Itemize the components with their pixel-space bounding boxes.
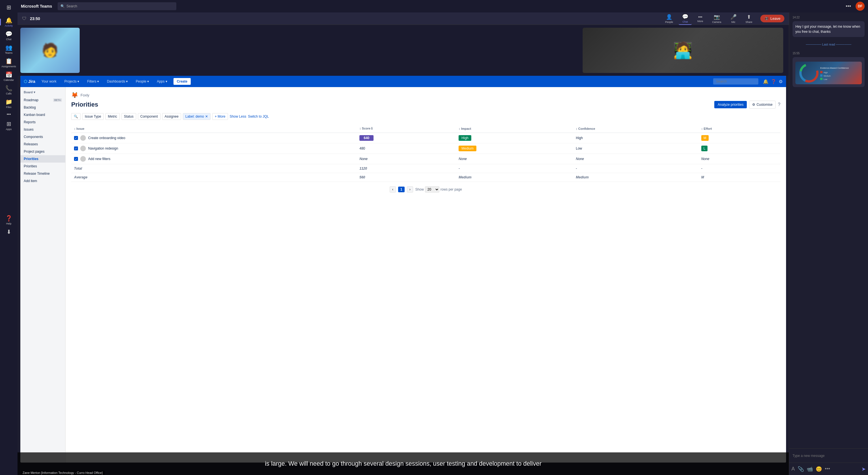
sidebar-item-download[interactable]: ⬇	[0, 227, 18, 237]
table-row: ✓ Add new filters None None None None	[71, 154, 434, 164]
assignee-filter[interactable]: Assignee	[162, 113, 181, 120]
sidebar-item-help[interactable]: ❓ Help	[0, 213, 18, 227]
jira-nav-people[interactable]: People ▾	[134, 78, 151, 85]
jira-sidebar-board-label: Board ▾	[20, 90, 65, 96]
more-icon: •••	[7, 112, 11, 117]
issue-type-filter[interactable]: Issue Type	[82, 113, 104, 120]
total-row: Total 1120 - - -	[71, 164, 434, 173]
current-page[interactable]: 1	[398, 187, 405, 192]
help-icon: ❓	[5, 215, 12, 222]
filter-bar: 🔍 Issue Type Metric Status Component Ass…	[71, 113, 434, 120]
label-filter-tag[interactable]: Label: demo ✕	[183, 113, 211, 120]
jira-sidebar-releases[interactable]: Releases	[20, 141, 65, 148]
row-checkbox-2[interactable]: ✓	[74, 146, 78, 150]
jira-main: 🦊 Foxly Priorities Analyze priorities ⚙ …	[66, 87, 434, 237]
apps-grid-button[interactable]: ⊞	[0, 2, 18, 13]
issue-avatar-1	[80, 135, 86, 141]
activity-icon: 🔔	[5, 17, 12, 24]
video-area: 🧑 🧑‍💻	[18, 25, 434, 76]
more-filters-button[interactable]: + More	[212, 113, 228, 120]
jira-sidebar-priorities-2[interactable]: Priorities	[20, 162, 65, 170]
global-search[interactable]: 🔍 Search	[58, 2, 176, 10]
jira-sidebar-reports[interactable]: Reports	[20, 118, 65, 126]
jira-nav-filters[interactable]: Filters ▾	[85, 78, 101, 85]
page-title-row: Priorities Analyze priorities ⚙ Customis…	[71, 101, 434, 109]
sidebar-item-assignments[interactable]: 📋 Assignments	[0, 56, 18, 69]
jira-create-button[interactable]: Create	[174, 78, 191, 85]
top-bar: Microsoft Teams 🔍 Search ••• DF	[18, 0, 434, 12]
jira-sidebar: Board ▾ Roadmap BETA Backlog Kanban boar…	[20, 87, 66, 237]
jira-sidebar-kanban[interactable]: Kanban board	[20, 111, 65, 118]
metric-filter[interactable]: Metric	[105, 113, 120, 120]
sidebar-item-activity[interactable]: 🔔 Activity	[0, 15, 18, 29]
grid-icon: ⊞	[6, 4, 11, 11]
jira-sidebar-components[interactable]: Components	[20, 133, 65, 141]
row-checkbox-3[interactable]: ✓	[74, 157, 78, 161]
rows-per-page-select[interactable]: 20 50 100	[425, 186, 434, 192]
jira-sidebar-add-item[interactable]: Add item	[20, 177, 65, 185]
video-placeholder-1: 🧑	[20, 28, 80, 73]
jira-sidebar-project-pages[interactable]: Project pages	[20, 148, 65, 155]
avg-score: 560	[356, 173, 434, 182]
filter-search[interactable]: 🔍	[71, 113, 81, 120]
show-less-button[interactable]: Show Less	[230, 115, 246, 118]
remove-label-filter-icon[interactable]: ✕	[205, 115, 208, 118]
switch-to-jql-button[interactable]: Switch to JQL	[248, 115, 269, 118]
issue-title-2[interactable]: Navigation redesign	[88, 146, 118, 150]
jira-sidebar-backlog[interactable]: Backlog	[20, 104, 65, 111]
total-label: Total	[71, 164, 356, 173]
sidebar-item-apps[interactable]: ⊞ Apps	[0, 119, 18, 132]
page-title: Priorities	[71, 101, 98, 108]
apps-icon: ⊞	[6, 120, 11, 127]
download-icon: ⬇	[6, 229, 11, 235]
jira-nav-your-work[interactable]: Your work	[40, 78, 58, 85]
fox-icon: 🦊	[71, 92, 78, 98]
jira-content: ⬡ Jira Your work Projects ▾ Filters ▾ Da…	[20, 76, 434, 237]
rows-per-page: Show 20 50 100 rows per page	[415, 186, 434, 192]
status-filter[interactable]: Status	[122, 113, 136, 120]
priorities-table: ↕ Issue ↕ Score ℹ ↕ Impact ↕ Confidence	[71, 124, 434, 182]
score-1: 640	[360, 135, 374, 141]
issue-avatar-3	[80, 156, 86, 162]
prev-page-button[interactable]: ‹	[390, 186, 396, 192]
score-2: 480	[356, 143, 434, 154]
sidebar-item-teams[interactable]: 👥 Teams	[0, 42, 18, 56]
jira-nav: ⬡ Jira Your work Projects ▾ Filters ▾ Da…	[20, 76, 434, 87]
jira-sidebar-release-timeline[interactable]: Release Timeline	[20, 170, 65, 177]
next-page-button[interactable]: ›	[407, 186, 413, 192]
score-3: None	[356, 154, 434, 164]
files-icon: 📁	[5, 98, 12, 105]
jira-sidebar-roadmap[interactable]: Roadmap BETA	[20, 96, 65, 104]
search-icon: 🔍	[60, 4, 65, 8]
row-checkbox-1[interactable]: ✓	[74, 136, 78, 140]
jira-nav-apps[interactable]: Apps ▾	[155, 78, 169, 85]
search-filter-icon: 🔍	[74, 115, 78, 118]
chat-icon: 💬	[5, 31, 12, 37]
issue-cell-3: ✓ Add new filters	[74, 156, 354, 162]
component-filter[interactable]: Component	[138, 113, 160, 120]
main-area: 🛡 23:50 👤 People 💬 Chat ••• More 📷 Camer…	[18, 12, 434, 237]
col-issue: ↕ Issue	[71, 124, 356, 133]
jira-sidebar-issues[interactable]: Issues	[20, 126, 65, 133]
calls-icon: 📞	[5, 85, 12, 92]
total-score: 1120	[356, 164, 434, 173]
sidebar-item-more[interactable]: •••	[0, 110, 18, 119]
participant-video-small: 🧑	[20, 28, 80, 73]
issue-cell-1: ✓ Create onboarding video	[74, 135, 354, 141]
app-title: Microsoft Teams	[21, 4, 52, 8]
jira-sidebar-priorities[interactable]: Priorities	[20, 155, 65, 162]
issue-cell-2: ✓ Navigation redesign	[74, 146, 354, 151]
project-name: Foxly	[81, 93, 89, 97]
sidebar-item-files[interactable]: 📁 Files	[0, 97, 18, 110]
jira-nav-projects[interactable]: Projects ▾	[63, 78, 81, 85]
jira-nav-dashboards[interactable]: Dashboards ▾	[105, 78, 129, 85]
teams-icon: 👥	[5, 44, 12, 51]
table-row: ✓ Create onboarding video 640 High High …	[71, 133, 434, 143]
sidebar-item-calendar[interactable]: 📅 Calendar	[0, 69, 18, 83]
sidebar-item-calls[interactable]: 📞 Calls	[0, 83, 18, 97]
table-row: ✓ Navigation redesign 480 Medium Low L	[71, 143, 434, 154]
issue-title-1[interactable]: Create onboarding video	[88, 136, 125, 140]
sidebar-item-chat[interactable]: 💬 Chat	[0, 29, 18, 42]
jira-logo: ⬡ Jira	[24, 79, 35, 84]
issue-title-3[interactable]: Add new filters	[88, 157, 111, 161]
